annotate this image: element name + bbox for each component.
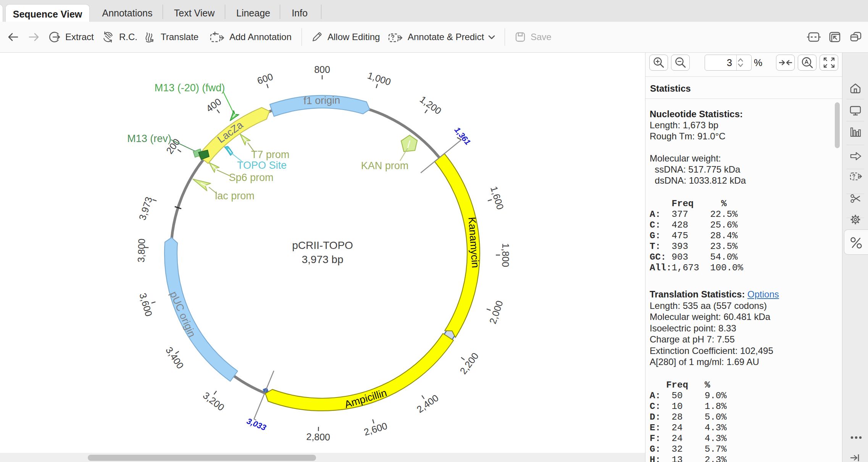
svg-text:3,800: 3,800 (136, 238, 147, 263)
svg-text:3,973: 3,973 (137, 195, 154, 221)
svg-text:M13 (rev): M13 (rev) (127, 133, 171, 144)
svg-text:1,600: 1,600 (489, 185, 506, 211)
svg-text:KAN prom: KAN prom (361, 160, 409, 171)
svg-text:1,800: 1,800 (500, 243, 511, 267)
svg-text:M13 (-20) (fwd): M13 (-20) (fwd) (155, 82, 225, 94)
svg-text:Sp6 prom: Sp6 prom (229, 172, 273, 183)
svg-text:Ampicillin: Ampicillin (343, 387, 388, 410)
svg-text:3,973 bp: 3,973 bp (302, 254, 344, 265)
svg-text:1,000: 1,000 (366, 70, 392, 87)
svg-text:3,200: 3,200 (201, 390, 227, 413)
svg-text:f1 origin: f1 origin (303, 94, 340, 107)
svg-text:1,200: 1,200 (418, 94, 444, 116)
svg-text:3,600: 3,600 (137, 292, 154, 318)
svg-text:1,361: 1,361 (453, 125, 472, 146)
svg-text:400: 400 (204, 96, 223, 114)
svg-text:pCRII-TOPO: pCRII-TOPO (292, 239, 353, 251)
svg-text:2,000: 2,000 (487, 299, 505, 325)
svg-text:2,200: 2,200 (458, 351, 481, 376)
svg-text:3,033: 3,033 (245, 416, 268, 432)
svg-text:lac prom: lac prom (215, 190, 255, 202)
svg-text:TOPO Site: TOPO Site (237, 160, 287, 171)
svg-text:3,400: 3,400 (164, 345, 186, 370)
svg-text:800: 800 (314, 64, 330, 75)
svg-text:2,800: 2,800 (306, 431, 330, 442)
svg-text:2,400: 2,400 (415, 392, 440, 415)
svg-text:T7 prom: T7 prom (251, 149, 290, 160)
svg-text:2,600: 2,600 (363, 420, 389, 438)
svg-text:600: 600 (256, 71, 274, 86)
